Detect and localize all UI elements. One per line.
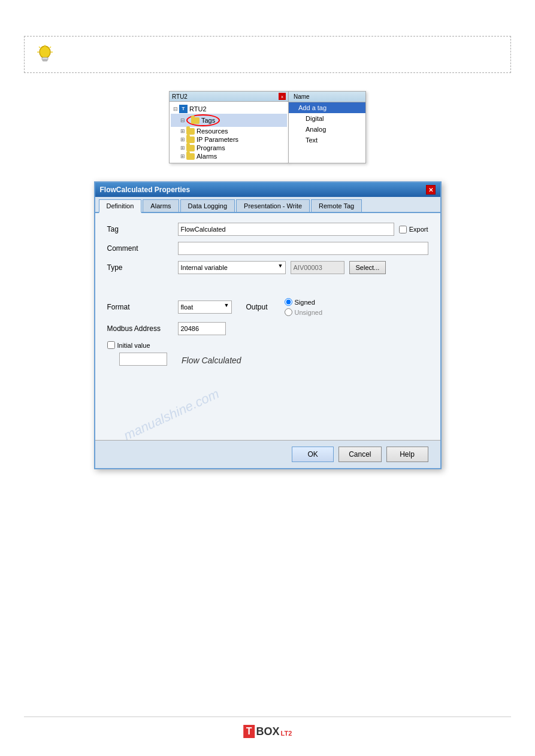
aiv-field bbox=[291, 261, 344, 274]
svg-rect-2 bbox=[43, 60, 47, 61]
help-button[interactable]: Help bbox=[386, 447, 428, 462]
select-button[interactable]: Select... bbox=[349, 261, 386, 274]
tree-item-ip-parameters[interactable]: ⊞ IP Parameters bbox=[171, 135, 287, 144]
export-label: Export bbox=[409, 226, 428, 233]
modbus-row: Modbus Address bbox=[107, 322, 428, 335]
initial-value-label: Initial value bbox=[117, 342, 150, 349]
programs-folder-icon bbox=[186, 145, 195, 151]
type-row: Type Internal variable Select... bbox=[107, 261, 428, 274]
tree-item-rtu2[interactable]: ⊟ T RTU2 bbox=[171, 104, 287, 114]
tree-title: RTU2 bbox=[172, 93, 188, 100]
signed-row: Signed bbox=[285, 298, 322, 306]
unsigned-row: Unsigned bbox=[285, 308, 322, 316]
ip-label: IP Parameters bbox=[197, 136, 238, 143]
ip-expand-icon: ⊞ bbox=[180, 136, 185, 142]
tags-circle: Tags bbox=[186, 114, 220, 126]
context-menu-add-tag[interactable]: Add a tag bbox=[289, 102, 365, 113]
context-menu: Name Add a tag Digital Analog Text bbox=[288, 91, 366, 163]
screenshot-area: RTU2 x ⊟ T RTU2 ⊟ Tags ⊞ Resourc bbox=[0, 91, 535, 163]
output-label: Output bbox=[246, 303, 268, 311]
svg-line-4 bbox=[50, 47, 51, 48]
ip-folder-icon bbox=[186, 136, 195, 143]
alarms-expand-icon: ⊞ bbox=[180, 153, 185, 159]
properties-dialog: FlowCalculated Properties ✕ Definition A… bbox=[94, 181, 442, 469]
signed-label: Signed bbox=[295, 299, 315, 306]
initial-value-row: Initial value bbox=[107, 341, 428, 349]
initial-value-input-row bbox=[119, 353, 428, 366]
tree-titlebar: RTU2 x bbox=[170, 92, 288, 102]
logo-t: T bbox=[243, 725, 255, 738]
format-row: Format float Output Signed Unsigned bbox=[107, 298, 428, 316]
programs-expand-icon: ⊞ bbox=[180, 145, 185, 151]
tree-item-tags[interactable]: ⊟ Tags bbox=[171, 114, 287, 127]
export-area: Export bbox=[399, 226, 428, 233]
dialog-titlebar: FlowCalculated Properties ✕ bbox=[95, 183, 440, 197]
svg-line-5 bbox=[39, 47, 40, 48]
dialog-body: Tag Export Comment Type Internal variabl… bbox=[95, 213, 440, 440]
context-menu-text[interactable]: Text bbox=[289, 135, 365, 145]
expand-icon: ⊟ bbox=[173, 106, 178, 112]
dialog-close-button[interactable]: ✕ bbox=[426, 185, 436, 195]
tree-close-button[interactable]: x bbox=[279, 93, 286, 100]
comment-input[interactable] bbox=[178, 242, 428, 255]
svg-rect-1 bbox=[42, 57, 48, 60]
svg-point-0 bbox=[40, 46, 50, 58]
format-label: Format bbox=[107, 303, 173, 311]
modbus-label: Modbus Address bbox=[107, 324, 173, 333]
tags-label: Tags bbox=[201, 117, 215, 124]
flow-calculated-annotation: Flow Calculated bbox=[182, 356, 241, 365]
tags-expand-icon: ⊟ bbox=[180, 117, 185, 123]
alarms-folder-icon bbox=[186, 153, 195, 160]
tbox-logo: T BOX LT2 bbox=[243, 725, 292, 738]
programs-label: Programs bbox=[197, 144, 225, 151]
bottom-divider bbox=[24, 716, 511, 717]
tab-presentation-write[interactable]: Presentation - Write bbox=[236, 199, 310, 212]
export-checkbox[interactable] bbox=[399, 226, 407, 233]
signed-radio[interactable] bbox=[285, 298, 292, 306]
dialog-overlay: FlowCalculated Properties ✕ Definition A… bbox=[94, 181, 442, 469]
format-select[interactable]: float bbox=[178, 300, 232, 314]
tip-box bbox=[24, 36, 511, 73]
tab-definition[interactable]: Definition bbox=[99, 199, 142, 213]
context-menu-digital[interactable]: Digital bbox=[289, 113, 365, 124]
tree-item-resources[interactable]: ⊞ Resources bbox=[171, 127, 287, 135]
initial-value-input[interactable] bbox=[119, 353, 167, 366]
dialog-footer: OK Cancel Help bbox=[95, 440, 440, 468]
resources-expand-icon: ⊞ bbox=[180, 128, 185, 134]
logo-lt2: LT2 bbox=[281, 730, 292, 737]
modbus-input[interactable] bbox=[178, 322, 226, 335]
comment-row: Comment bbox=[107, 242, 428, 255]
initial-value-checkbox[interactable] bbox=[107, 341, 115, 349]
tbox-icon: T bbox=[179, 105, 188, 113]
unsigned-radio[interactable] bbox=[285, 308, 292, 316]
type-select[interactable]: Internal variable bbox=[178, 261, 286, 274]
type-select-wrapper: Internal variable bbox=[178, 261, 286, 274]
resources-folder-icon bbox=[186, 128, 195, 135]
tree-rtu2-label: RTU2 bbox=[189, 105, 207, 113]
tag-label: Tag bbox=[107, 225, 173, 233]
tag-input[interactable] bbox=[178, 223, 394, 236]
logo-box: BOX bbox=[256, 725, 280, 738]
tree-body: ⊟ T RTU2 ⊟ Tags ⊞ Resources ⊞ bbox=[170, 102, 288, 163]
dialog-title: FlowCalculated Properties bbox=[100, 186, 191, 194]
spacer bbox=[107, 280, 428, 298]
alarms-label: Alarms bbox=[197, 153, 217, 160]
comment-label: Comment bbox=[107, 244, 173, 253]
tab-remote-tag[interactable]: Remote Tag bbox=[311, 199, 362, 212]
tree-item-programs[interactable]: ⊞ Programs bbox=[171, 144, 287, 152]
tree-item-alarms[interactable]: ⊞ Alarms bbox=[171, 152, 287, 160]
tab-data-logging[interactable]: Data Logging bbox=[180, 199, 235, 212]
unsigned-label: Unsigned bbox=[295, 309, 322, 316]
type-label: Type bbox=[107, 263, 173, 272]
ok-button[interactable]: OK bbox=[292, 447, 334, 462]
tag-row: Tag Export bbox=[107, 223, 428, 236]
context-menu-analog[interactable]: Analog bbox=[289, 124, 365, 135]
format-select-wrapper: float bbox=[178, 300, 232, 314]
resources-label: Resources bbox=[197, 127, 228, 135]
bulb-icon bbox=[34, 44, 56, 65]
context-menu-header: Name bbox=[289, 92, 365, 102]
cancel-button[interactable]: Cancel bbox=[338, 447, 381, 462]
output-section: Signed Unsigned bbox=[285, 298, 322, 316]
tab-alarms[interactable]: Alarms bbox=[143, 199, 179, 212]
tags-folder-icon bbox=[191, 117, 200, 124]
